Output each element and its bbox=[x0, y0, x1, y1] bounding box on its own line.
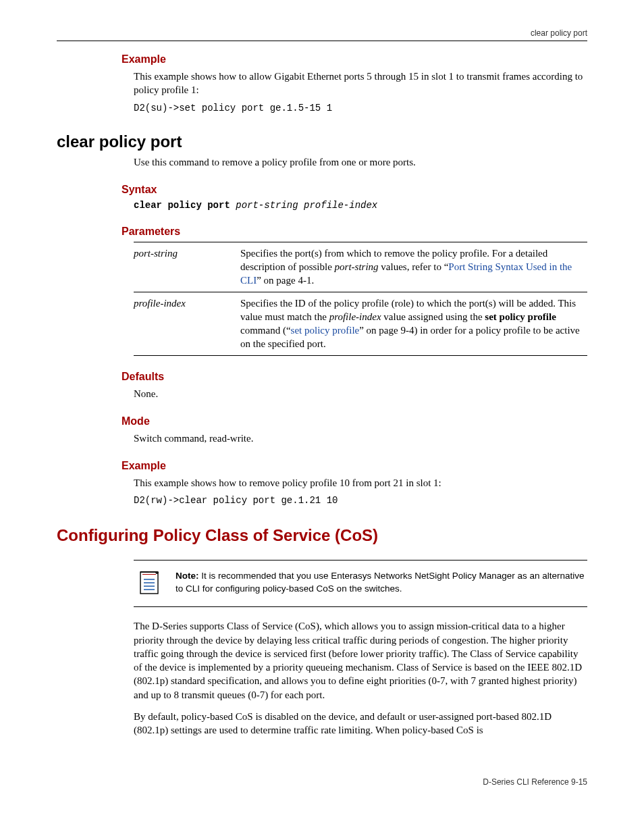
mode-heading: Mode bbox=[122, 415, 587, 427]
note-label: Note: bbox=[176, 571, 199, 581]
command-title: clear policy port bbox=[57, 132, 587, 151]
syntax-bold: clear policy port bbox=[134, 200, 236, 211]
example-code-1: D2(su)->set policy port ge.1.5-15 1 bbox=[134, 103, 587, 113]
header-rule bbox=[57, 41, 587, 41]
cross-ref-link[interactable]: set policy profile bbox=[291, 325, 360, 336]
param-text: value assigned using the bbox=[381, 311, 485, 322]
section-title: Configuring Policy Class of Service (CoS… bbox=[57, 526, 587, 545]
page-footer: D-Series CLI Reference 9-15 bbox=[57, 777, 587, 787]
page: clear policy port Example This example s… bbox=[0, 0, 644, 814]
note-body: It is recommended that you use Enterasys… bbox=[176, 571, 585, 594]
mode-text: Switch command, read-write. bbox=[134, 432, 587, 445]
param-bold: set policy profile bbox=[485, 311, 556, 322]
parameters-table: port-string Specifies the port(s) from w… bbox=[134, 242, 587, 356]
example-text-1: This example shows how to allow Gigabit … bbox=[134, 70, 587, 97]
param-desc: Specifies the port(s) from which to remo… bbox=[240, 242, 587, 292]
example-code-2: D2(rw)->clear policy port ge.1.21 10 bbox=[134, 495, 587, 506]
param-text: command (“ bbox=[240, 325, 291, 336]
param-term: port-string bbox=[134, 242, 240, 292]
param-text: ” on page 4-1. bbox=[257, 275, 314, 286]
param-text: values, refer to “ bbox=[379, 261, 449, 272]
table-row: port-string Specifies the port(s) from w… bbox=[134, 242, 587, 292]
param-italic: port-string bbox=[335, 261, 379, 272]
defaults-heading: Defaults bbox=[122, 371, 587, 383]
syntax-line: clear policy port port-string profile-in… bbox=[134, 200, 587, 211]
command-intro: Use this command to remove a policy prof… bbox=[134, 155, 587, 169]
param-italic: profile-index bbox=[329, 311, 381, 322]
parameters-heading: Parameters bbox=[122, 226, 587, 238]
example-heading-1: Example bbox=[122, 53, 587, 66]
cos-paragraph-2: By default, policy-based CoS is disabled… bbox=[134, 710, 587, 737]
syntax-italic: port-string profile-index bbox=[236, 200, 377, 211]
param-term: profile-index bbox=[134, 292, 240, 355]
example-text-2: This example shows how to remove policy … bbox=[134, 476, 587, 490]
defaults-text: None. bbox=[134, 387, 587, 400]
example-heading-2: Example bbox=[122, 460, 587, 472]
note-box: Note: It is recommended that you use Ent… bbox=[134, 560, 587, 607]
param-desc: Specifies the ID of the policy profile (… bbox=[240, 292, 587, 355]
note-icon bbox=[134, 570, 166, 597]
table-row: profile-index Specifies the ID of the po… bbox=[134, 292, 587, 355]
note-text: Note: It is recommended that you use Ent… bbox=[166, 570, 587, 596]
running-header: clear policy port bbox=[57, 28, 587, 41]
cos-paragraph-1: The D-Series supports Class of Service (… bbox=[134, 619, 587, 702]
syntax-heading: Syntax bbox=[122, 184, 587, 196]
